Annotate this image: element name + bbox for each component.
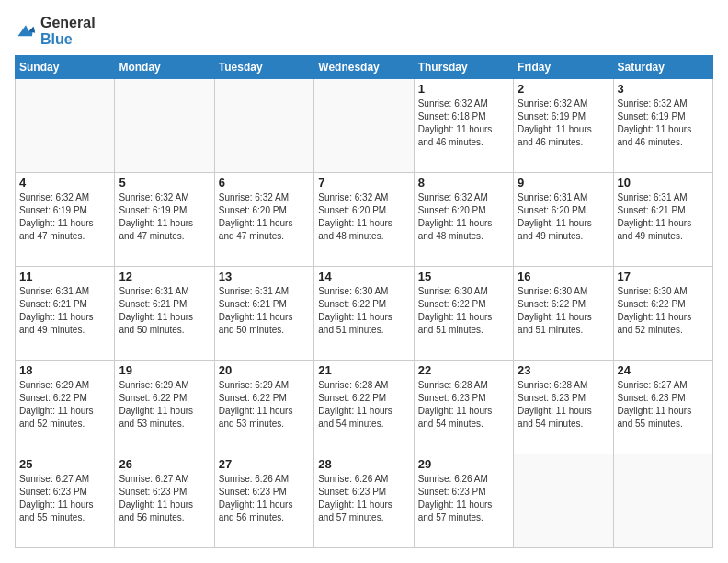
calendar-cell xyxy=(613,454,712,548)
calendar-cell xyxy=(214,79,313,173)
day-number: 7 xyxy=(318,176,409,190)
calendar-cell: 13Sunrise: 6:31 AMSunset: 6:21 PMDayligh… xyxy=(214,267,313,361)
day-info: Sunrise: 6:29 AMSunset: 6:22 PMDaylight:… xyxy=(119,379,210,431)
calendar-cell: 2Sunrise: 6:32 AMSunset: 6:19 PMDaylight… xyxy=(514,79,613,173)
day-number: 21 xyxy=(318,363,409,377)
day-info: Sunrise: 6:30 AMSunset: 6:22 PMDaylight:… xyxy=(518,285,609,337)
calendar-cell: 6Sunrise: 6:32 AMSunset: 6:20 PMDaylight… xyxy=(214,173,313,267)
day-info: Sunrise: 6:26 AMSunset: 6:23 PMDaylight:… xyxy=(219,473,310,524)
day-number: 23 xyxy=(518,363,609,377)
weekday-header: Tuesday xyxy=(214,56,313,79)
calendar-cell: 23Sunrise: 6:28 AMSunset: 6:23 PMDayligh… xyxy=(514,361,613,454)
day-info: Sunrise: 6:32 AMSunset: 6:18 PMDaylight:… xyxy=(418,98,509,149)
calendar-week-row: 25Sunrise: 6:27 AMSunset: 6:23 PMDayligh… xyxy=(16,454,713,548)
calendar-cell: 29Sunrise: 6:26 AMSunset: 6:23 PMDayligh… xyxy=(414,454,513,548)
day-number: 10 xyxy=(618,176,709,190)
day-info: Sunrise: 6:30 AMSunset: 6:22 PMDaylight:… xyxy=(618,285,709,337)
calendar-cell: 22Sunrise: 6:28 AMSunset: 6:23 PMDayligh… xyxy=(414,361,513,454)
day-info: Sunrise: 6:28 AMSunset: 6:23 PMDaylight:… xyxy=(418,379,509,431)
day-info: Sunrise: 6:29 AMSunset: 6:22 PMDaylight:… xyxy=(19,379,110,431)
calendar-cell: 18Sunrise: 6:29 AMSunset: 6:22 PMDayligh… xyxy=(16,361,115,454)
calendar-cell: 8Sunrise: 6:32 AMSunset: 6:20 PMDaylight… xyxy=(414,173,513,267)
calendar-cell: 10Sunrise: 6:31 AMSunset: 6:21 PMDayligh… xyxy=(613,173,712,267)
calendar-cell: 9Sunrise: 6:31 AMSunset: 6:20 PMDaylight… xyxy=(514,173,613,267)
calendar-cell: 17Sunrise: 6:30 AMSunset: 6:22 PMDayligh… xyxy=(613,267,712,361)
weekday-header: Monday xyxy=(115,56,214,79)
day-number: 20 xyxy=(219,363,310,377)
calendar-cell: 20Sunrise: 6:29 AMSunset: 6:22 PMDayligh… xyxy=(214,361,313,454)
day-info: Sunrise: 6:26 AMSunset: 6:23 PMDaylight:… xyxy=(418,473,509,524)
calendar-cell: 21Sunrise: 6:28 AMSunset: 6:22 PMDayligh… xyxy=(314,361,414,454)
day-info: Sunrise: 6:31 AMSunset: 6:21 PMDaylight:… xyxy=(219,285,310,337)
weekday-header: Sunday xyxy=(16,56,115,79)
calendar-cell: 24Sunrise: 6:27 AMSunset: 6:23 PMDayligh… xyxy=(613,361,712,454)
day-number: 27 xyxy=(219,457,310,471)
day-info: Sunrise: 6:28 AMSunset: 6:22 PMDaylight:… xyxy=(318,379,409,431)
day-number: 4 xyxy=(19,176,110,190)
day-number: 29 xyxy=(418,457,509,471)
day-info: Sunrise: 6:29 AMSunset: 6:22 PMDaylight:… xyxy=(219,379,310,431)
day-number: 14 xyxy=(318,270,409,283)
calendar-cell: 25Sunrise: 6:27 AMSunset: 6:23 PMDayligh… xyxy=(16,454,115,548)
day-number: 2 xyxy=(518,82,609,96)
day-number: 12 xyxy=(119,270,210,283)
calendar-table: SundayMondayTuesdayWednesdayThursdayFrid… xyxy=(15,55,713,548)
header: General Blue xyxy=(15,15,713,48)
day-number: 11 xyxy=(19,270,110,283)
calendar-cell: 7Sunrise: 6:32 AMSunset: 6:20 PMDaylight… xyxy=(314,173,414,267)
day-info: Sunrise: 6:31 AMSunset: 6:21 PMDaylight:… xyxy=(19,285,110,337)
weekday-header: Thursday xyxy=(414,56,513,79)
day-number: 22 xyxy=(418,363,509,377)
weekday-header: Wednesday xyxy=(314,56,414,79)
calendar-cell: 1Sunrise: 6:32 AMSunset: 6:18 PMDaylight… xyxy=(414,79,513,173)
calendar-cell: 15Sunrise: 6:30 AMSunset: 6:22 PMDayligh… xyxy=(414,267,513,361)
calendar-cell: 19Sunrise: 6:29 AMSunset: 6:22 PMDayligh… xyxy=(115,361,214,454)
calendar-cell: 26Sunrise: 6:27 AMSunset: 6:23 PMDayligh… xyxy=(115,454,214,548)
day-number: 26 xyxy=(119,457,210,471)
calendar-cell: 11Sunrise: 6:31 AMSunset: 6:21 PMDayligh… xyxy=(16,267,115,361)
day-info: Sunrise: 6:27 AMSunset: 6:23 PMDaylight:… xyxy=(19,473,110,524)
day-info: Sunrise: 6:26 AMSunset: 6:23 PMDaylight:… xyxy=(318,473,409,524)
day-number: 9 xyxy=(518,176,609,190)
day-number: 15 xyxy=(418,270,509,283)
day-number: 6 xyxy=(219,176,310,190)
day-info: Sunrise: 6:30 AMSunset: 6:22 PMDaylight:… xyxy=(318,285,409,337)
day-info: Sunrise: 6:32 AMSunset: 6:19 PMDaylight:… xyxy=(119,191,210,243)
day-number: 5 xyxy=(119,176,210,190)
day-info: Sunrise: 6:32 AMSunset: 6:19 PMDaylight:… xyxy=(618,98,709,149)
day-number: 25 xyxy=(19,457,110,471)
day-info: Sunrise: 6:30 AMSunset: 6:22 PMDaylight:… xyxy=(418,285,509,337)
day-info: Sunrise: 6:32 AMSunset: 6:20 PMDaylight:… xyxy=(418,191,509,243)
day-number: 8 xyxy=(418,176,509,190)
calendar-cell: 27Sunrise: 6:26 AMSunset: 6:23 PMDayligh… xyxy=(214,454,313,548)
calendar-week-row: 4Sunrise: 6:32 AMSunset: 6:19 PMDaylight… xyxy=(16,173,713,267)
day-info: Sunrise: 6:32 AMSunset: 6:20 PMDaylight:… xyxy=(219,191,310,243)
day-number: 24 xyxy=(618,363,709,377)
day-info: Sunrise: 6:31 AMSunset: 6:20 PMDaylight:… xyxy=(518,191,609,243)
calendar-week-row: 1Sunrise: 6:32 AMSunset: 6:18 PMDaylight… xyxy=(16,79,713,173)
calendar-cell: 5Sunrise: 6:32 AMSunset: 6:19 PMDaylight… xyxy=(115,173,214,267)
calendar-cell: 3Sunrise: 6:32 AMSunset: 6:19 PMDaylight… xyxy=(613,79,712,173)
day-info: Sunrise: 6:28 AMSunset: 6:23 PMDaylight:… xyxy=(518,379,609,431)
day-info: Sunrise: 6:32 AMSunset: 6:19 PMDaylight:… xyxy=(518,98,609,149)
day-info: Sunrise: 6:27 AMSunset: 6:23 PMDaylight:… xyxy=(119,473,210,524)
day-number: 28 xyxy=(318,457,409,471)
logo-icon xyxy=(15,20,37,42)
calendar-cell: 28Sunrise: 6:26 AMSunset: 6:23 PMDayligh… xyxy=(314,454,414,548)
calendar-cell xyxy=(314,79,414,173)
day-number: 17 xyxy=(618,270,709,283)
day-info: Sunrise: 6:31 AMSunset: 6:21 PMDaylight:… xyxy=(618,191,709,243)
calendar-header-row: SundayMondayTuesdayWednesdayThursdayFrid… xyxy=(16,56,713,79)
day-number: 19 xyxy=(119,363,210,377)
day-info: Sunrise: 6:32 AMSunset: 6:19 PMDaylight:… xyxy=(19,191,110,243)
weekday-header: Friday xyxy=(514,56,613,79)
calendar-cell: 14Sunrise: 6:30 AMSunset: 6:22 PMDayligh… xyxy=(314,267,414,361)
calendar-cell xyxy=(514,454,613,548)
calendar-cell: 16Sunrise: 6:30 AMSunset: 6:22 PMDayligh… xyxy=(514,267,613,361)
calendar-cell xyxy=(115,79,214,173)
day-number: 13 xyxy=(219,270,310,283)
day-info: Sunrise: 6:27 AMSunset: 6:23 PMDaylight:… xyxy=(618,379,709,431)
day-number: 1 xyxy=(418,82,509,96)
calendar-cell xyxy=(16,79,115,173)
weekday-header: Saturday xyxy=(613,56,712,79)
